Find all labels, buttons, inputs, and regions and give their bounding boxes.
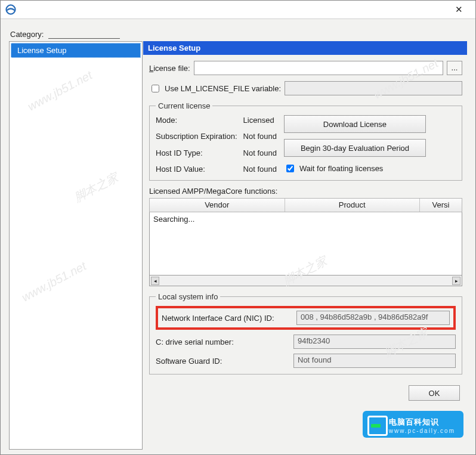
dialog-window: ✕ Category: License Setup License Setup … <box>0 0 476 455</box>
software-guard-value[interactable]: Not found <box>293 354 456 368</box>
panel-title: License Setup <box>143 41 467 55</box>
lm-variable-value <box>285 81 462 95</box>
titlebar: ✕ <box>1 1 475 18</box>
local-system-group: Local system info Network Interface Card… <box>149 292 462 374</box>
hostid-value-value: Not found <box>243 165 277 174</box>
nic-value[interactable]: 008 , 94b86d582a9b , 94b86d582a9f <box>296 311 450 325</box>
current-license-legend: Current license <box>156 101 212 110</box>
col-version[interactable]: Versi <box>420 199 462 212</box>
mode-value: Licensed <box>243 116 277 125</box>
lm-variable-row: Use LM_LICENSE_FILE variable: <box>149 81 462 95</box>
searching-text: Searching... <box>153 215 194 224</box>
sub-exp-label: Subscription Expiration: <box>156 132 237 141</box>
nic-label: Network Interface Card (NIC) ID: <box>162 314 293 323</box>
functions-section: Licensed AMPP/MegaCore functions: Vendor… <box>149 187 462 286</box>
category-label-row: Category: <box>10 30 467 39</box>
category-label: Category: <box>10 30 44 39</box>
license-file-label: LLicense file:icense file: <box>149 64 190 73</box>
functions-label: Licensed AMPP/MegaCore functions: <box>149 187 462 196</box>
hostid-type-value: Not found <box>243 148 277 157</box>
begin-eval-button[interactable]: Begin 30-day Evaluation Period <box>284 139 426 157</box>
dialog-button-row: OK <box>149 380 462 401</box>
sub-exp-value: Not found <box>243 132 277 141</box>
current-license-group: Current license Mode: Licensed Subscript… <box>149 101 462 181</box>
content-area: Category: License Setup License Setup LL… <box>1 18 475 454</box>
current-license-kv: Mode: Licensed Subscription Expiration: … <box>156 115 277 174</box>
browse-button[interactable]: ... <box>447 61 462 75</box>
app-icon <box>5 4 16 15</box>
use-lm-checkbox[interactable] <box>152 85 159 92</box>
wait-floating-label: Wait for floating licenses <box>299 164 383 173</box>
category-tree[interactable]: License Setup <box>9 41 143 450</box>
nic-row-highlight: Network Interface Card (NIC) ID: 008 , 9… <box>156 306 456 330</box>
license-file-row: LLicense file:icense file: ... <box>149 61 462 75</box>
overlay-badge: 电脑百科知识 www.pc-daily.com <box>363 411 463 438</box>
col-product[interactable]: Product <box>285 199 421 212</box>
mode-label: Mode: <box>156 116 237 125</box>
functions-table-body: Searching... <box>149 212 462 276</box>
badge-title: 电脑百科知识 <box>389 417 439 426</box>
wait-floating-checkbox[interactable] <box>286 165 294 172</box>
download-license-button[interactable]: Download License <box>284 115 426 133</box>
functions-table-header: Vendor Product Versi <box>149 198 462 212</box>
hostid-type-label: Host ID Type: <box>156 148 237 157</box>
category-underline <box>48 32 120 39</box>
scroll-left-icon[interactable]: ◂ <box>151 277 159 285</box>
ok-button[interactable]: OK <box>409 385 460 401</box>
close-icon[interactable]: ✕ <box>447 4 471 15</box>
use-lm-label: Use LM_LICENSE_FILE variable: <box>165 84 281 93</box>
local-system-legend: Local system info <box>156 292 220 301</box>
col-vendor[interactable]: Vendor <box>150 199 285 212</box>
scroll-right-icon[interactable]: ▸ <box>452 277 460 285</box>
hostid-value-label: Host ID Value: <box>156 165 237 174</box>
tree-item-license-setup[interactable]: License Setup <box>11 43 141 58</box>
cdrive-value[interactable]: 94fb2340 <box>293 335 456 349</box>
cdrive-label: C: drive serial number: <box>156 338 290 346</box>
badge-url: www.pc-daily.com <box>389 428 455 434</box>
license-file-input[interactable] <box>194 61 443 75</box>
software-guard-label: Software Guard ID: <box>156 357 290 366</box>
main-panel: License Setup LLicense file:icense file:… <box>144 41 467 450</box>
functions-hscrollbar[interactable]: ◂ ▸ <box>149 276 462 286</box>
